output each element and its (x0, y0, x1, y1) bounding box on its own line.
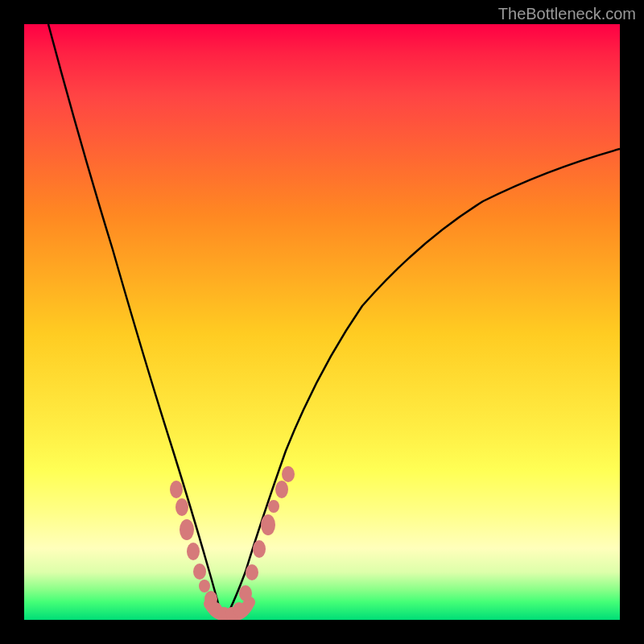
bead (268, 500, 279, 513)
bead (246, 564, 258, 580)
chart-container: TheBottleneck.com (0, 0, 644, 644)
bead (275, 481, 288, 498)
beads-left-group (170, 481, 217, 607)
beads-right-group (239, 466, 295, 601)
chart-gradient-area (24, 24, 620, 620)
bead (170, 481, 183, 498)
bead (253, 540, 266, 558)
chart-svg (24, 24, 620, 620)
bead (187, 543, 200, 560)
bead (233, 602, 246, 617)
watermark-text: TheBottleneck.com (498, 5, 636, 23)
bead (175, 498, 188, 516)
bead (261, 514, 275, 535)
bead (239, 585, 252, 601)
bead (193, 564, 206, 580)
left-curve-line (48, 24, 221, 616)
bead (180, 519, 194, 540)
bead (282, 466, 295, 482)
right-curve-line (225, 149, 620, 618)
bead (199, 580, 210, 592)
